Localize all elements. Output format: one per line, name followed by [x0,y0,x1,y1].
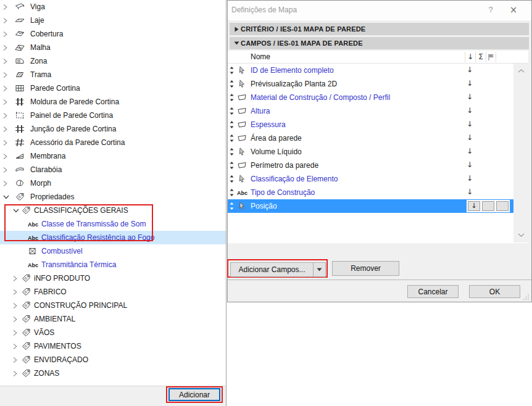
reorder-handle-icon[interactable] [229,188,235,197]
chevron-right-icon[interactable] [3,4,9,10]
row-sort-icon[interactable]: ↓ [465,160,475,169]
field-row-previsualizacao-planta-2d[interactable]: Prévisualização Planta 2D↓ [228,77,513,91]
chevron-right-icon[interactable] [3,126,9,133]
sum-icon[interactable]: Σ [476,52,486,62]
chevron-right-icon[interactable] [3,44,9,51]
reorder-handle-icon[interactable] [229,202,235,210]
chevron-right-icon[interactable] [3,85,9,92]
chevron-down-icon[interactable] [3,194,9,201]
field-row-classificacao-de-elemento[interactable]: Classificação de Elemento↓ [228,172,513,186]
row-sort-icon[interactable]: ↓ [465,120,475,128]
cancelar-button[interactable]: Cancelar [407,285,459,298]
flag-icon[interactable] [486,52,496,62]
reorder-handle-icon[interactable] [229,134,235,143]
tree-item-propriedades[interactable]: Propriedades [0,190,226,204]
chevron-right-icon[interactable] [3,180,9,187]
vertical-scrollbar[interactable] [513,64,528,242]
scroll-up-icon[interactable] [513,66,528,76]
chevron-right-icon[interactable] [13,329,19,336]
tree-item-membrana[interactable]: Membrana [0,149,226,163]
chevron-down-icon[interactable] [13,207,19,214]
tree-item-moldura-de-parede-cortina[interactable]: Moldura de Parede Cortina [0,95,226,109]
tree-item-classe-de-transmissao-de-som[interactable]: AbcClasse de Transmissão de Som [0,217,226,231]
tree-item-classificacoes-gerais[interactable]: CLASSIFICAÇÕES GERAIS [0,204,226,217]
tree-item-morph[interactable]: Morph [0,176,226,190]
row-sort-button[interactable]: ↓ [468,201,480,211]
tree-item-transmitancia-termica[interactable]: AbcTransmitância Térmica [0,258,226,271]
tree-item-painel-de-parede-cortina[interactable]: Painel de Parede Cortina [0,109,226,122]
row-sort-icon[interactable]: ↓ [465,65,475,74]
reorder-handle-icon[interactable] [229,147,235,156]
chevron-right-icon[interactable] [3,31,9,38]
tree-item-viga[interactable]: Viga [0,0,226,14]
chevron-right-icon[interactable] [3,139,9,146]
field-row-tipo-de-construcao[interactable]: AbcTipo de Construção↓ [228,186,513,199]
tree-item-combustivel[interactable]: Combustível [0,244,226,258]
row-option-button[interactable] [482,201,494,211]
tree-item-parede-cortina[interactable]: Parede Cortina [0,81,226,95]
field-row-material-de-construcao-composto-perfil[interactable]: Material de Construção / Composto / Perf… [228,91,513,104]
tree-item-trama[interactable]: Trama [0,68,226,81]
section-criterio[interactable]: CRITÉRIO / IES-01 MAPA DE PAREDE [230,23,529,35]
tree-item-classificacao-resistencia-ao-fogo[interactable]: AbcClassificação Resistência ao Fogo [0,231,226,244]
remover-button[interactable]: Remover [332,261,399,276]
tree-item-pavimentos[interactable]: PAVIMENTOS [0,339,226,353]
tree-item-acessorio-da-parede-cortina[interactable]: Acessório da Parede Cortina [0,136,226,149]
chevron-right-icon[interactable] [3,112,9,119]
chevron-right-icon[interactable] [13,357,19,363]
chevron-right-icon[interactable] [3,72,9,78]
ok-button[interactable]: OK [469,285,520,298]
reorder-handle-icon[interactable] [229,93,235,102]
field-row-area-da-parede[interactable]: Área da parede↓ [228,131,513,145]
chevron-right-icon[interactable] [3,58,9,65]
row-sort-icon[interactable]: ↓ [465,147,475,155]
help-icon[interactable]: ? [484,4,497,16]
tree-item-zona[interactable]: Zona [0,54,226,68]
tree-item-envidracado[interactable]: ENVIDRAÇADO [0,353,226,367]
row-sort-icon[interactable]: ↓ [465,133,475,142]
tree-item-construcao-principal[interactable]: CONSTRUÇÃO PRINCIPAL [0,299,226,312]
row-sort-icon[interactable]: ↓ [465,93,475,101]
chevron-right-icon[interactable] [13,275,19,282]
chevron-right-icon[interactable] [13,316,19,323]
scroll-down-icon[interactable] [513,230,528,240]
section-campos[interactable]: CAMPOS / IES-01 MAPA DE PAREDE [230,37,529,49]
chevron-right-icon[interactable] [3,17,9,24]
resize-grip[interactable] [523,294,530,300]
tree-item-ambiental[interactable]: AMBIENTAL [0,312,226,326]
chevron-right-icon[interactable] [3,99,9,106]
field-row-altura[interactable]: Altura↓ [228,104,513,118]
row-sort-icon[interactable]: ↓ [465,106,475,115]
reorder-handle-icon[interactable] [229,120,235,129]
field-row-volume-liquido[interactable]: Volume Líquido↓ [228,145,513,159]
chevron-right-icon[interactable] [13,302,19,309]
tree-item-zonas[interactable]: ZONAS [0,367,226,380]
chevron-right-icon[interactable] [3,167,9,173]
column-header-nome[interactable]: Nome [251,52,270,61]
reorder-handle-icon[interactable] [229,80,235,88]
tree-item-claraboia[interactable]: Clarabóia [0,163,226,176]
field-row-id-de-elemento-completo[interactable]: ID de Elemento completo↓ [228,64,513,77]
reorder-handle-icon[interactable] [229,175,235,183]
field-row-espessura[interactable]: Espessura↓ [228,118,513,131]
row-sort-icon[interactable]: ↓ [465,174,475,183]
row-option-button[interactable] [496,201,509,211]
field-row-perimetro-da-parede[interactable]: Perímetro da parede↓ [228,159,513,172]
chevron-right-icon[interactable] [3,153,9,160]
reorder-handle-icon[interactable] [229,107,235,115]
field-row-posicao[interactable]: Posição↓ [228,199,513,213]
tree-item-fabrico[interactable]: FABRICO [0,285,226,299]
tree-item-cobertura[interactable]: Cobertura [0,27,226,41]
reorder-handle-icon[interactable] [229,161,235,170]
row-sort-icon[interactable]: ↓ [465,79,475,88]
adicionar-campos-button[interactable]: Adicionar Campos... [231,263,313,276]
chevron-right-icon[interactable] [13,370,19,377]
tree-item-malha[interactable]: Malha [0,41,226,54]
adicionar-button[interactable]: Adicionar [168,388,220,401]
chevron-right-icon[interactable] [13,289,19,296]
tree-item-juncao-de-parede-cortina[interactable]: Junção de Parede Cortina [0,122,226,136]
close-icon[interactable]: × [507,4,520,16]
tree-item-laje[interactable]: Laje [0,14,226,27]
reorder-handle-icon[interactable] [229,66,235,75]
tree-item-vaos[interactable]: VÃOS [0,326,226,339]
